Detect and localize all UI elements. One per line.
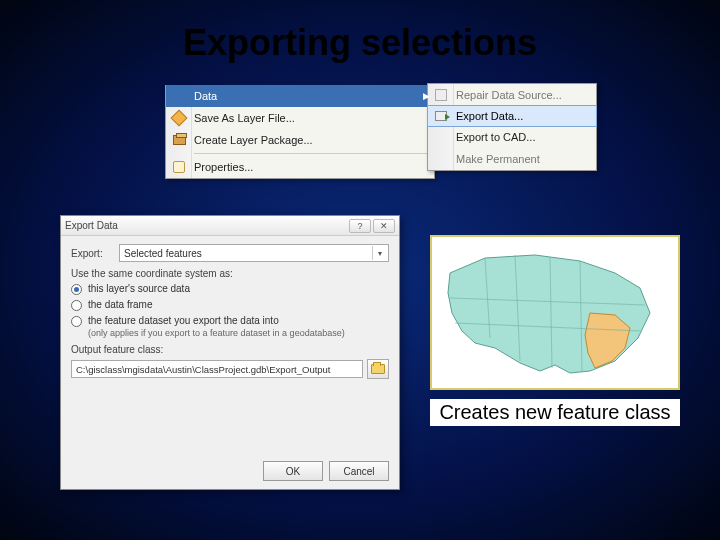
menu-item-label: Save As Layer File... [192,112,434,124]
submenu-item-label: Make Permanent [454,153,596,165]
export-data-dialog: Export Data ? ✕ Export: Selected feature… [60,215,400,490]
blank-icon [428,148,454,170]
dialog-title: Export Data [65,220,347,231]
menu-separator [194,153,430,154]
submenu-item-repair[interactable]: Repair Data Source... [428,84,596,106]
diamond-icon [166,107,192,129]
us-map [430,235,680,390]
radio-layer-source[interactable]: this layer's source data [71,283,389,295]
menu-item-label: Create Layer Package... [192,134,434,146]
help-button[interactable]: ? [349,219,371,233]
output-label: Output feature class: [71,344,389,355]
coord-system-title: Use the same coordinate system as: [71,268,389,279]
blank-icon [166,85,192,107]
output-path-input[interactable]: C:\gisclass\mgisdata\Austin\ClassProject… [71,360,363,378]
data-submenu: Repair Data Source... Export Data... Exp… [427,83,597,171]
menu-item-properties[interactable]: Properties... [166,156,434,178]
radio-icon [71,300,82,311]
menu-item-save-layer[interactable]: Save As Layer File... [166,107,434,129]
repair-icon [428,84,454,106]
menu-item-create-package[interactable]: Create Layer Package... [166,129,434,151]
us-outline [448,255,650,373]
menu-item-label: Data [192,90,418,102]
export-label: Export: [71,248,119,259]
context-menu: Data ▶ Save As Layer File... Create Laye… [165,85,435,179]
radio-icon [71,316,82,327]
radio-label: the feature dataset you export the data … [88,315,279,326]
output-path-text: C:\gisclass\mgisdata\Austin\ClassProject… [76,364,331,375]
slide-title: Exporting selections [0,22,720,64]
export-icon [428,105,454,127]
export-value: Selected features [124,248,202,259]
hand-icon [166,156,192,178]
us-map-svg [440,243,670,383]
cancel-button[interactable]: Cancel [329,461,389,481]
submenu-item-label: Repair Data Source... [454,89,596,101]
radio-data-frame[interactable]: the data frame [71,299,389,311]
folder-icon [371,364,385,374]
ok-button[interactable]: OK [263,461,323,481]
radio-sublabel: (only applies if you export to a feature… [88,328,345,338]
radio-label: this layer's source data [88,283,190,295]
submenu-item-label: Export Data... [454,110,596,122]
submenu-item-label: Export to CAD... [454,131,596,143]
caption: Creates new feature class [430,399,680,426]
submenu-item-export-cad[interactable]: Export to CAD... [428,126,596,148]
radio-label: the data frame [88,299,152,311]
export-dropdown[interactable]: Selected features ▾ [119,244,389,262]
chevron-down-icon: ▾ [372,246,386,260]
browse-button[interactable] [367,359,389,379]
radio-icon [71,284,82,295]
blank-icon [428,126,454,148]
dialog-titlebar: Export Data ? ✕ [61,216,399,236]
radio-feature-dataset[interactable]: the feature dataset you export the data … [71,315,389,338]
submenu-item-make-permanent[interactable]: Make Permanent [428,148,596,170]
submenu-item-export-data[interactable]: Export Data... [427,105,597,127]
menu-item-data[interactable]: Data ▶ [166,85,434,107]
menu-item-label: Properties... [192,161,434,173]
package-icon [166,129,192,151]
close-button[interactable]: ✕ [373,219,395,233]
